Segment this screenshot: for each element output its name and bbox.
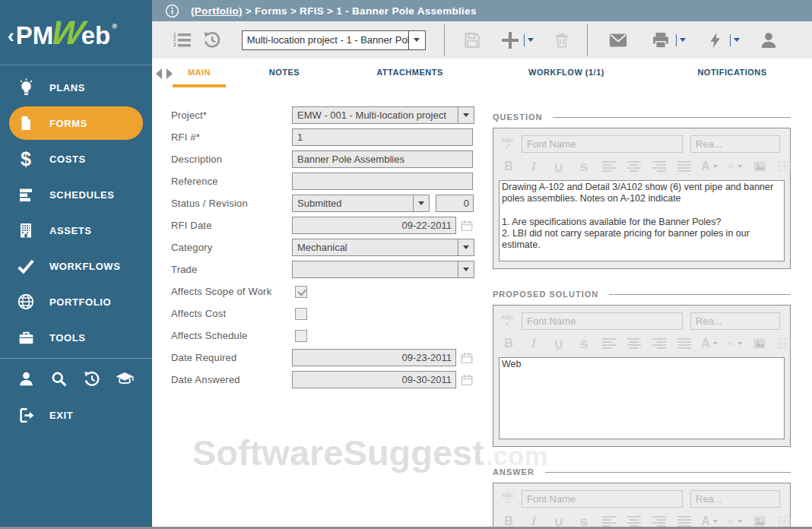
actions-dropdown-arrow[interactable] [734,38,740,42]
tab-scroll-right-icon[interactable] [167,68,173,79]
field-label: Date Required [171,352,292,363]
align-justify-icon[interactable] [677,335,692,352]
strikethrough-icon[interactable]: S [576,335,592,352]
chevron-down-icon[interactable] [458,107,474,123]
print-dropdown-arrow[interactable] [680,38,686,42]
spellcheck-icon[interactable]: ABC✓ [499,493,517,505]
spellcheck-icon[interactable]: ABC✓ [499,315,517,327]
print-split-button[interactable] [650,30,686,51]
sidebar-item-costs[interactable]: $ COSTS [9,142,143,176]
tab-attachments[interactable]: ATTACHMENTS [376,59,443,87]
font-name-input[interactable] [522,490,683,508]
align-center-icon[interactable] [626,335,642,352]
sidebar-item-workflows[interactable]: WORKFLOWS [9,249,143,283]
align-center-icon[interactable] [626,158,642,175]
sidebar-item-assets[interactable]: ASSETS [9,214,143,247]
delete-icon[interactable] [552,30,572,50]
font-size-input[interactable] [690,490,780,508]
sidebar-item-label: WORKFLOWS [49,261,121,272]
revision-field[interactable]: 0 [436,195,474,212]
calendar-icon[interactable] [460,351,474,365]
align-justify-icon[interactable] [677,158,692,175]
italic-icon[interactable]: I [526,158,541,175]
actions-split-button[interactable] [706,30,740,50]
fill-color-icon[interactable] [727,158,742,175]
tab-notes[interactable]: NOTES [269,59,300,87]
add-record-split-button[interactable] [501,31,534,49]
printer-icon [650,30,671,51]
breadcrumb-portfolio-link[interactable]: (Portfolio) [191,5,243,17]
save-icon[interactable] [462,30,483,51]
description-field[interactable]: Banner Pole Assemblies [292,150,473,168]
reference-field[interactable] [292,173,473,190]
sidebar-item-forms[interactable]: FORMS [9,106,143,140]
question-text-area[interactable]: Drawing A-102 and Detail 3/A102 show (6)… [499,180,785,261]
sidebar-item-tools[interactable]: TOOLS [9,321,143,354]
strikethrough-icon[interactable]: S [576,158,592,175]
chevron-down-icon[interactable] [458,261,474,277]
sidebar-item-portfolio[interactable]: PORTFOLIO [9,285,143,318]
record-selector-arrow[interactable] [408,31,425,49]
status-select[interactable]: Submitted [292,195,430,212]
tab-main[interactable]: MAIN [173,59,226,87]
sidebar-item-exit[interactable]: EXIT [9,398,143,432]
pmweb-logo[interactable]: ‹PMWeb® [0,0,152,65]
rfi-date-field[interactable]: 09-22-2011 [292,217,456,234]
underline-icon[interactable]: U [551,335,566,352]
email-icon[interactable] [607,30,629,51]
bold-icon[interactable]: B [501,335,516,352]
tab-scroll-left-icon[interactable] [156,68,162,79]
affects-scope-checkbox[interactable] [295,286,307,298]
calendar-icon[interactable] [460,219,474,233]
chevron-down-icon[interactable] [413,195,429,211]
font-color-icon[interactable]: A [702,158,717,175]
education-cap-icon[interactable] [114,369,135,388]
font-size-input[interactable] [690,135,780,153]
align-left-icon[interactable] [601,158,617,175]
affects-cost-checkbox[interactable] [295,308,307,320]
fill-color-icon[interactable] [727,335,742,352]
bold-icon[interactable]: B [501,158,516,175]
proposed-solution-text-area[interactable]: Web [499,357,785,439]
date-answered-field[interactable]: 09-30-2011 [292,371,456,388]
date-required-field[interactable]: 09-23-2011 [292,349,456,366]
align-right-icon[interactable] [652,335,667,352]
align-left-icon[interactable] [601,335,617,352]
trade-select[interactable] [292,261,474,278]
insert-table-icon[interactable] [777,335,792,352]
insert-table-icon[interactable] [777,158,792,175]
main-content: Project* EMW - 001 - Multi-location proj… [152,87,812,529]
proposed-solution-editor: ABC✓ B I U S A W [493,305,791,447]
tab-workflow[interactable]: WORKFLOW (1/1) [528,59,604,87]
insert-image-icon[interactable] [752,158,767,175]
project-select[interactable]: EMW - 001 - Multi-location project [292,106,474,124]
category-select[interactable]: Mechanical [292,239,474,256]
rfi-number-field[interactable]: 1 [292,128,473,146]
sidebar-item-schedules[interactable]: SCHEDULES [9,178,143,211]
font-size-input[interactable] [690,312,780,330]
search-icon[interactable] [48,369,69,388]
record-selector-dropdown[interactable]: Multi-location project - 1 - Banner Pole… [242,30,426,50]
add-dropdown-arrow[interactable] [528,38,534,42]
italic-icon[interactable]: I [526,335,541,352]
user-icon[interactable] [15,369,36,388]
info-icon[interactable] [165,4,179,18]
align-right-icon[interactable] [652,158,667,175]
breadcrumb-bar: (Portfolio) > Forms > RFIS > 1 - Banner … [152,0,812,21]
spellcheck-icon[interactable]: ABC✓ [499,138,517,150]
underline-icon[interactable]: U [551,158,566,175]
tab-notifications[interactable]: NOTIFICATIONS [697,59,766,87]
history-icon[interactable] [81,369,103,388]
insert-image-icon[interactable] [752,335,767,352]
history-icon[interactable] [201,30,222,50]
profile-icon[interactable] [758,30,779,51]
chevron-down-icon[interactable] [458,239,474,255]
font-name-input[interactable] [522,135,683,153]
calendar-icon[interactable] [460,373,474,387]
sidebar-item-plans[interactable]: PLANS [9,71,143,104]
affects-schedule-checkbox[interactable] [295,330,307,342]
form-row-status-revision: Status / Revision Submitted 0 [171,192,479,214]
font-name-input[interactable] [522,312,683,330]
ordered-list-icon[interactable]: 123 [173,33,191,48]
font-color-icon[interactable]: A [702,335,717,352]
